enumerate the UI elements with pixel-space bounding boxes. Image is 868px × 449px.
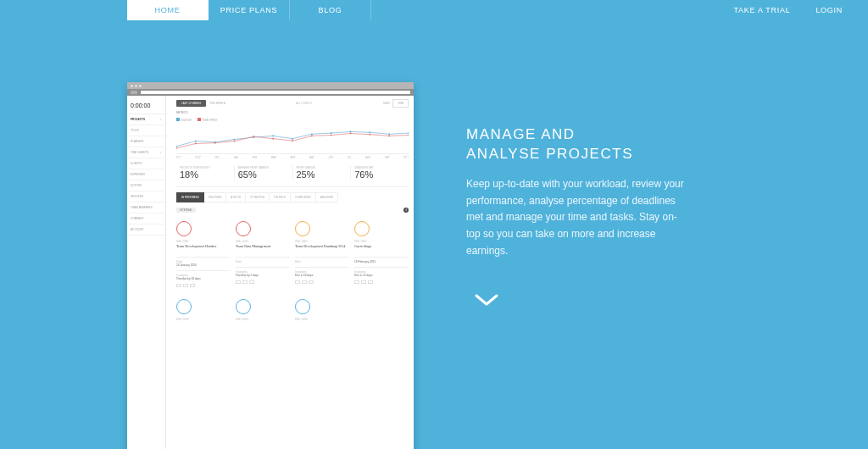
project-cards: DUE: 24/01Team Development OctoberFixed2… <box>176 216 409 287</box>
hero-body: Keep up-to-date with your workload, revi… <box>466 176 687 260</box>
progress-ring-icon <box>236 299 251 314</box>
card-due: DUE: 21/03 <box>295 318 349 321</box>
card-due: DUE: 24/01 <box>176 240 231 243</box>
main-panel: LAST 12 WEEKS THIS MONTH ALL CLIENTS TEA… <box>166 96 414 449</box>
card-title: Team Development October <box>176 245 231 253</box>
svg-point-3 <box>234 139 236 141</box>
traffic-light-close-icon <box>131 85 133 87</box>
tab-to-invoice[interactable]: TO INVOICE <box>246 192 270 202</box>
app-body: 0:00:00 PROJECTS▾ TO DO PLANNER TIME SHE… <box>127 96 414 449</box>
count-badge: 4 <box>403 208 409 213</box>
stat-deadlines: DEADLINES MET 76% <box>351 166 409 180</box>
sidebar-item-projects[interactable]: PROJECTS▾ <box>127 114 165 125</box>
chevron-down-icon: ▾ <box>160 118 162 121</box>
svg-point-21 <box>331 135 332 136</box>
sidebar-item-timesheets[interactable]: TIME SHEETS▾ <box>127 147 165 158</box>
sidebar-item-clients[interactable]: CLIENTS <box>127 158 165 169</box>
hero-copy: MANAGE AND ANALYSE PROJECTS Keep up-to-d… <box>466 125 687 260</box>
card-due: DUE: 13/02 <box>354 240 409 243</box>
filter-clients[interactable]: ALL CLIENTS <box>296 102 312 105</box>
nav-take-trial[interactable]: TAKE A TRIAL <box>734 6 791 14</box>
hero-heading: MANAGE AND ANALYSE PROJECTS <box>466 125 687 164</box>
card-due: DUE: 21/03 <box>236 318 290 321</box>
project-cards-row2: DUE: 21/03DUE: 21/03DUE: 21/03 <box>176 294 409 331</box>
svg-point-15 <box>214 142 216 144</box>
sidebar-item-planner[interactable]: PLANNER <box>127 136 165 147</box>
svg-point-22 <box>350 133 352 135</box>
window-titlebar <box>127 82 414 89</box>
project-card[interactable]: DUE: 13/02Team Development Roadmap 2014R… <box>295 219 349 287</box>
svg-point-6 <box>292 138 293 140</box>
card-title: Team Rota Management <box>236 245 290 253</box>
svg-point-13 <box>176 147 177 149</box>
card-chips <box>176 284 231 287</box>
sidebar: 0:00:00 PROJECTS▾ TO DO PLANNER TIME SHE… <box>127 96 166 449</box>
card-title <box>176 323 231 331</box>
stat-avg-profit: AVERAGE PROFIT MARGIN 65% <box>235 166 293 180</box>
svg-point-10 <box>369 131 370 133</box>
project-card[interactable]: DUE: 13/02Guest blogs13 February 2015In … <box>354 219 409 287</box>
nav-blog[interactable]: BLOG <box>290 0 371 20</box>
nav-price-plans[interactable]: PRICE PLANS <box>209 0 290 20</box>
card-due: DUE: 21/03 <box>176 318 231 321</box>
url-field <box>141 91 410 94</box>
sidebar-item-quotes[interactable]: QUOTES <box>127 180 165 191</box>
project-card[interactable]: DUE: 11/02Team Rota ManagementFixedIn pr… <box>236 219 290 287</box>
progress-ring-icon <box>236 221 251 236</box>
sidebar-item-invoices[interactable]: INVOICES <box>127 191 165 202</box>
project-card[interactable]: DUE: 24/01Team Development OctoberFixed2… <box>176 219 231 287</box>
nav-home[interactable]: HOME <box>127 0 209 20</box>
filter-team-label: TEAM <box>382 102 389 105</box>
svg-point-14 <box>195 143 197 145</box>
project-card[interactable]: DUE: 21/03 <box>236 297 290 331</box>
project-card[interactable]: DUE: 21/03 <box>295 297 349 331</box>
project-card[interactable]: DUE: 21/03 <box>176 297 231 331</box>
browser-urlbar <box>127 89 414 96</box>
svg-point-12 <box>408 132 409 134</box>
tab-archived[interactable]: ARCHIVED <box>316 192 339 202</box>
filter-range-active[interactable]: LAST 12 WEEKS <box>176 100 206 107</box>
svg-point-18 <box>272 138 274 140</box>
chart-xaxis: OCTNOVDECJANFEBMARAPRMAYJUNJULAUGSEPOCT <box>176 156 409 163</box>
svg-point-23 <box>369 134 370 136</box>
tab-completed[interactable]: COMPLETED <box>291 192 316 202</box>
svg-point-17 <box>253 136 254 137</box>
nav-left: HOME PRICE PLANS BLOG <box>127 0 371 20</box>
tab-pitch[interactable]: A PITCH <box>226 192 246 202</box>
dashboard-screenshot: 0:00:00 PROJECTS▾ TO DO PLANNER TIME SHE… <box>127 82 414 449</box>
chevron-down-icon <box>475 292 498 309</box>
card-chips <box>295 280 349 284</box>
card-chips <box>236 280 290 284</box>
svg-point-8 <box>331 132 332 134</box>
legend-swatch-budget-icon <box>176 118 180 121</box>
tab-in-progress[interactable]: IN PROGRESS <box>176 192 204 202</box>
scroll-down-button[interactable] <box>475 292 498 313</box>
sidebar-item-team[interactable]: TEAM MEMBERS <box>127 202 165 213</box>
nav-login[interactable]: LOGIN <box>815 6 843 14</box>
card-chips <box>354 280 409 284</box>
svg-point-11 <box>388 133 390 135</box>
sidebar-item-todo[interactable]: TO DO <box>127 125 165 136</box>
tag-internal[interactable]: INTERNAL <box>176 208 196 213</box>
metrics-chart <box>176 125 409 154</box>
svg-point-7 <box>311 133 313 135</box>
card-title <box>236 323 290 331</box>
nav-right: TAKE A TRIAL LOGIN <box>734 0 868 20</box>
progress-ring-icon <box>295 299 310 314</box>
filter-range-alt[interactable]: THIS MONTH <box>209 102 225 105</box>
progress-ring-icon <box>295 221 310 236</box>
sidebar-item-company[interactable]: COMPANY <box>127 213 165 224</box>
tab-on-hold[interactable]: ON HOLD <box>270 192 291 202</box>
card-due: DUE: 13/02 <box>295 240 349 243</box>
svg-point-0 <box>176 146 177 147</box>
sidebar-item-account[interactable]: ACCOUNT <box>127 224 165 236</box>
sidebar-item-expenses[interactable]: EXPENSES <box>127 169 165 180</box>
traffic-light-min-icon <box>135 85 137 87</box>
filter-team-select[interactable]: YOU <box>392 99 409 108</box>
progress-ring-icon <box>176 221 192 236</box>
tab-ongoing[interactable]: ON-GOING <box>204 192 227 202</box>
card-due: DUE: 11/02 <box>236 240 290 243</box>
svg-point-5 <box>272 136 274 137</box>
svg-point-9 <box>350 131 352 133</box>
legend-swatch-timespent-icon <box>198 118 201 121</box>
